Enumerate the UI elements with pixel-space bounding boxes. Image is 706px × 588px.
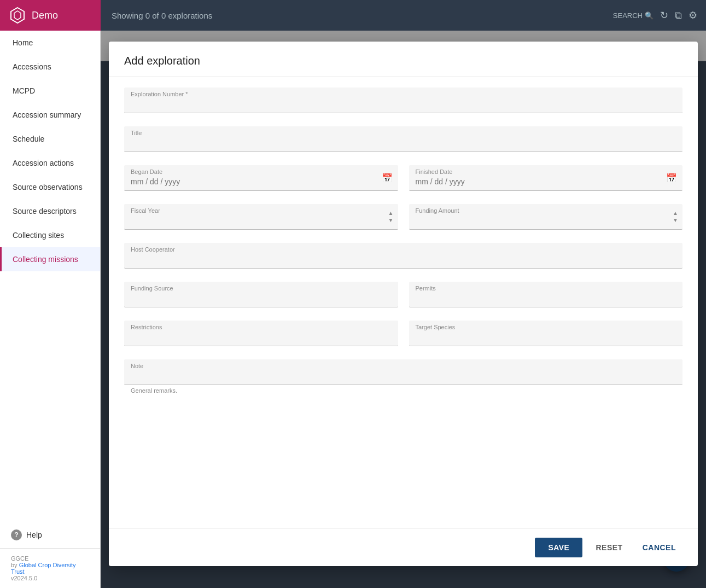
finished-date-col: Finished Date 📅 <box>409 165 683 191</box>
sidebar-item-help[interactable]: ? Help <box>0 522 100 548</box>
host-cooperator-row: Host Cooperator <box>124 243 682 269</box>
title-label: Title <box>131 130 142 136</box>
fiscal-year-input[interactable] <box>124 204 398 229</box>
sidebar-item-accession-summary[interactable]: Accession summary <box>0 103 100 127</box>
funding-permits-row: Funding Source Permits <box>124 282 682 307</box>
funding-amount-wrapper: Funding Amount ▲▼ <box>409 204 683 230</box>
fiscal-year-spinner[interactable]: ▲▼ <box>388 210 394 223</box>
finished-date-calendar-icon[interactable]: 📅 <box>666 173 677 183</box>
permits-col: Permits <box>409 282 683 307</box>
note-label: Note <box>131 363 143 369</box>
sidebar-item-schedule[interactable]: Schedule <box>0 127 100 151</box>
footer-trust-link[interactable]: Global Crop Diversity Trust <box>11 562 76 575</box>
exploration-number-field-wrapper: Exploration Number * <box>124 88 682 113</box>
search-label: SEARCH <box>613 11 643 20</box>
fiscal-year-wrapper: Fiscal Year ▲▼ <box>124 204 398 230</box>
funding-source-col: Funding Source <box>124 282 398 307</box>
main-content: Amount Fund Add exploration Exploration … <box>101 31 706 588</box>
footer-org: GGCE <box>11 555 89 562</box>
fiscal-year-label: Fiscal Year <box>131 207 160 214</box>
sidebar-item-source-descriptors[interactable]: Source descriptors <box>0 199 100 223</box>
layout: Home Accessions MCPD Accession summary S… <box>0 31 706 588</box>
restrictions-wrapper: Restrictions <box>124 321 398 346</box>
host-cooperator-input[interactable] <box>124 243 682 268</box>
refresh-button[interactable]: ↻ <box>660 9 668 21</box>
app-logo-icon <box>9 7 26 24</box>
began-date-input[interactable] <box>124 165 398 190</box>
exploration-number-label: Exploration Number * <box>131 91 188 97</box>
note-row: Note General remarks. <box>124 359 682 394</box>
top-bar-actions: SEARCH 🔍 ↻ ⧉ ⚙ <box>613 9 706 21</box>
target-species-wrapper: Target Species <box>409 321 683 346</box>
search-button[interactable]: SEARCH 🔍 <box>613 11 654 20</box>
modal-title: Add exploration <box>124 55 200 67</box>
began-date-col: Began Date 📅 <box>124 165 398 191</box>
sidebar-item-collecting-missions[interactable]: Collecting missions <box>0 247 100 271</box>
began-date-label: Began Date <box>131 168 162 175</box>
exploration-number-row: Exploration Number * <box>124 88 682 113</box>
help-icon: ? <box>11 529 22 540</box>
title-input[interactable] <box>124 126 682 152</box>
app-name: Demo <box>32 10 58 21</box>
finished-date-wrapper: Finished Date 📅 <box>409 165 683 191</box>
top-bar-main: Showing 0 of 0 explorations <box>101 11 613 20</box>
save-button[interactable]: SAVE <box>535 538 582 557</box>
sidebar-item-collecting-sites[interactable]: Collecting sites <box>0 223 100 247</box>
add-exploration-modal: Add exploration Exploration Number * Tit… <box>109 42 698 566</box>
host-cooperator-label: Host Cooperator <box>131 246 175 253</box>
cancel-button[interactable]: CANCEL <box>636 538 682 557</box>
funding-amount-col: Funding Amount ▲▼ <box>409 204 683 230</box>
funding-source-wrapper: Funding Source <box>124 282 398 307</box>
showing-label: Showing 0 of 0 explorations <box>112 11 212 20</box>
restrictions-col: Restrictions <box>124 321 398 346</box>
target-species-col: Target Species <box>409 321 683 346</box>
restrictions-target-row: Restrictions Target Species <box>124 321 682 346</box>
funding-amount-label: Funding Amount <box>416 207 459 214</box>
host-cooperator-wrapper: Host Cooperator <box>124 243 682 269</box>
sidebar-footer: GGCE by Global Crop Diversity Trust v202… <box>0 548 100 588</box>
top-bar: Demo Showing 0 of 0 explorations SEARCH … <box>0 0 706 31</box>
modal-header: Add exploration <box>109 42 698 77</box>
restrictions-input[interactable] <box>124 321 398 346</box>
sidebar-item-mcpd[interactable]: MCPD <box>0 79 100 103</box>
fiscal-year-col: Fiscal Year ▲▼ <box>124 204 398 230</box>
restrictions-label: Restrictions <box>131 324 162 330</box>
note-hint: General remarks. <box>124 387 682 394</box>
permits-input[interactable] <box>409 282 683 307</box>
title-row: Title <box>124 126 682 152</box>
note-wrapper: Note <box>124 359 682 385</box>
modal-footer: SAVE RESET CANCEL <box>109 528 698 566</box>
began-date-wrapper: Began Date 📅 <box>124 165 398 191</box>
sidebar-item-home[interactable]: Home <box>0 31 100 55</box>
fiscal-funding-row: Fiscal Year ▲▼ Funding Amount ▲ <box>124 204 682 230</box>
copy-button[interactable]: ⧉ <box>675 10 682 21</box>
svg-marker-0 <box>11 8 24 23</box>
footer-version: v2024.5.0 <box>11 575 89 581</box>
funding-amount-spinner[interactable]: ▲▼ <box>673 210 678 223</box>
title-field-wrapper: Title <box>124 126 682 152</box>
search-icon: 🔍 <box>645 11 654 20</box>
dates-row: Began Date 📅 Finished Date 📅 <box>124 165 682 191</box>
help-label: Help <box>26 531 42 539</box>
sidebar-item-accessions[interactable]: Accessions <box>0 55 100 79</box>
sidebar-item-accession-actions[interactable]: Accession actions <box>0 151 100 175</box>
permits-label: Permits <box>416 285 436 292</box>
logo-area: Demo <box>0 0 101 31</box>
sidebar: Home Accessions MCPD Accession summary S… <box>0 31 101 588</box>
permits-wrapper: Permits <box>409 282 683 307</box>
modal-body: Exploration Number * Title Began Da <box>109 77 698 528</box>
target-species-label: Target Species <box>416 324 456 330</box>
footer-trust: by Global Crop Diversity Trust <box>11 562 89 575</box>
sidebar-item-source-observations[interactable]: Source observations <box>0 175 100 199</box>
svg-marker-1 <box>14 11 21 20</box>
settings-button[interactable]: ⚙ <box>689 9 697 21</box>
note-input[interactable] <box>124 359 682 385</box>
finished-date-label: Finished Date <box>416 168 453 175</box>
began-date-calendar-icon[interactable]: 📅 <box>382 173 393 183</box>
funding-source-label: Funding Source <box>131 285 173 292</box>
exploration-number-input[interactable] <box>124 88 682 113</box>
reset-button[interactable]: RESET <box>589 538 629 557</box>
